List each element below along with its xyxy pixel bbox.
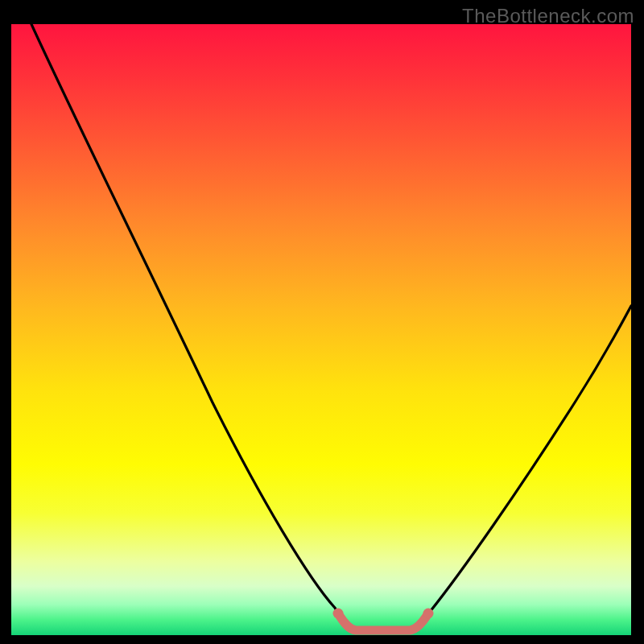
chart-svg xyxy=(11,24,631,635)
chart-curve-line xyxy=(31,24,631,630)
marker-dot-right xyxy=(423,609,434,619)
watermark-text: TheBottleneck.com xyxy=(462,5,634,27)
chart-plot-area xyxy=(11,24,631,635)
marker-segment xyxy=(338,613,428,630)
chart-frame xyxy=(11,24,631,635)
